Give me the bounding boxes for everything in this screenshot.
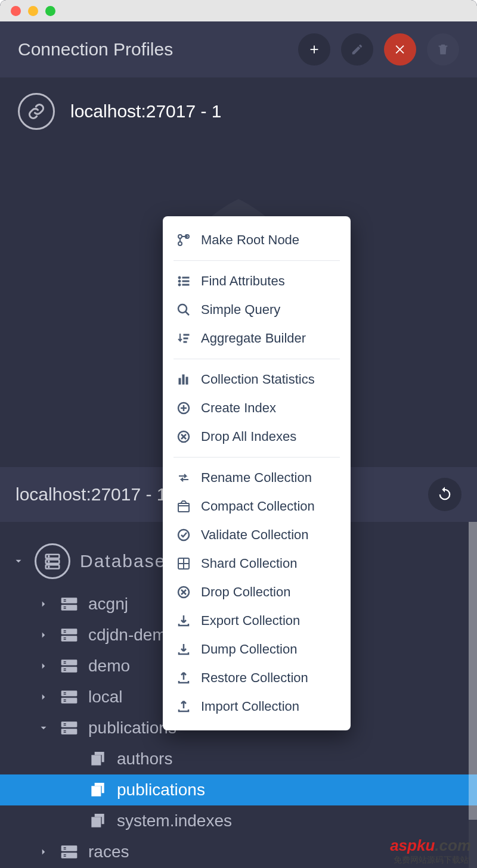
box-icon [176, 499, 191, 514]
database-icon [60, 657, 79, 676]
chevron-right-icon [37, 845, 50, 858]
close-icon [394, 43, 407, 56]
menu-item-label: Rename Collection [201, 470, 312, 486]
menu-item-label: Restore Collection [201, 670, 308, 686]
menu-shard-collection[interactable]: Shard Collection [163, 549, 351, 578]
chevron-right-icon [37, 659, 50, 673]
menu-item-label: Shard Collection [201, 556, 297, 571]
edit-profile-button[interactable] [341, 33, 373, 66]
menu-drop-collection[interactable]: Drop Collection [163, 578, 351, 606]
list-icon [176, 273, 191, 289]
chevron-right-icon [37, 598, 50, 611]
watermark-line2: 免费网站源码下载站! [390, 855, 471, 864]
titlebar [0, 0, 477, 21]
trash-icon [436, 43, 450, 56]
menu-item-label: Drop Collection [201, 584, 290, 600]
database-icon [60, 842, 79, 861]
bars-icon [176, 372, 191, 387]
menu-item-label: Compact Collection [201, 499, 315, 514]
maximize-window-button[interactable] [45, 6, 55, 16]
menu-restore-collection[interactable]: Restore Collection [163, 664, 351, 692]
tree-item-label: acgnj [88, 595, 128, 614]
tree-item-label: demo [88, 657, 130, 676]
menu-dump-collection[interactable]: Dump Collection [163, 635, 351, 664]
menu-collection-statistics[interactable]: Collection Statistics [163, 365, 351, 394]
delete-profile-button[interactable] [427, 33, 459, 66]
tree-item-label: races [88, 842, 129, 861]
refresh-icon [436, 486, 453, 503]
chevron-down-icon [12, 555, 25, 568]
watermark-line1: aspku.com [390, 837, 471, 855]
connection-icon [18, 93, 55, 130]
search-icon [176, 302, 191, 318]
tree-coll-authors[interactable]: authors [0, 743, 477, 774]
connection-row[interactable]: localhost:27017 - 1 [0, 77, 477, 145]
menu-export-collection[interactable]: Export Collection [163, 606, 351, 635]
download-icon [176, 613, 191, 629]
menu-validate-collection[interactable]: Validate Collection [163, 521, 351, 549]
upload-icon [176, 670, 191, 686]
menu-drop-all-indexes[interactable]: Drop All Indexes [163, 422, 351, 451]
pencil-icon [351, 43, 364, 56]
chevron-right-icon [37, 690, 50, 704]
menu-separator [174, 457, 340, 458]
menu-create-index[interactable]: Create Index [163, 394, 351, 422]
refresh-button[interactable] [428, 478, 461, 511]
close-profile-button[interactable] [384, 33, 416, 66]
menu-separator [174, 359, 340, 359]
context-menu: Make Root Node Find Attributes Simple Qu… [163, 216, 351, 730]
x-circle-icon [176, 429, 191, 444]
plus-circle-icon [176, 400, 191, 416]
database-icon [60, 595, 79, 614]
collection-icon [88, 780, 107, 799]
tree-item-label: system.indexes [117, 811, 232, 830]
database-icon [60, 718, 79, 738]
menu-item-label: Validate Collection [201, 527, 309, 543]
chevron-right-icon [37, 629, 50, 642]
menu-import-collection[interactable]: Import Collection [163, 692, 351, 721]
menu-make-root-node[interactable]: Make Root Node [163, 226, 351, 254]
collection-icon [88, 749, 107, 769]
menu-item-label: Export Collection [201, 613, 300, 629]
scrollbar-track[interactable] [469, 522, 477, 868]
swap-icon [176, 470, 191, 486]
menu-rename-collection[interactable]: Rename Collection [163, 463, 351, 492]
menu-item-label: Import Collection [201, 699, 299, 714]
plus-icon [308, 43, 321, 56]
menu-item-label: Simple Query [201, 302, 280, 318]
database-icon [60, 626, 79, 645]
download-icon [176, 642, 191, 657]
menu-find-attributes[interactable]: Find Attributes [163, 267, 351, 295]
add-profile-button[interactable] [298, 33, 330, 66]
link-icon [27, 102, 45, 120]
menu-item-label: Aggregate Builder [201, 331, 306, 346]
menu-compact-collection[interactable]: Compact Collection [163, 492, 351, 521]
menu-item-label: Dump Collection [201, 642, 297, 657]
header-title: Connection Profiles [18, 39, 173, 60]
branch-icon [176, 232, 191, 248]
minimize-window-button[interactable] [28, 6, 38, 16]
menu-simple-query[interactable]: Simple Query [163, 295, 351, 324]
app-window: Connection Profiles localhost:27017 - 1 [0, 0, 477, 868]
connection-label: localhost:27017 - 1 [70, 101, 222, 122]
menu-item-label: Collection Statistics [201, 372, 315, 387]
tree-coll-publications[interactable]: publications [0, 774, 477, 805]
scrollbar-thumb[interactable] [469, 522, 477, 820]
upload-icon [176, 699, 191, 714]
tree-item-label: publications [117, 780, 205, 799]
menu-item-label: Make Root Node [201, 232, 299, 248]
header: Connection Profiles [0, 21, 477, 77]
header-actions [298, 33, 459, 66]
x-circle-icon [176, 584, 191, 600]
menu-separator [174, 260, 340, 261]
shard-icon [176, 556, 191, 571]
collection-icon [88, 811, 107, 830]
check-circle-icon [176, 527, 191, 543]
close-window-button[interactable] [11, 6, 21, 16]
menu-aggregate-builder[interactable]: Aggregate Builder [163, 324, 351, 353]
menu-item-label: Create Index [201, 400, 276, 416]
tree-item-label: authors [117, 749, 172, 769]
watermark: aspku.com 免费网站源码下载站! [390, 837, 471, 864]
tree-coll-system-indexes[interactable]: system.indexes [0, 805, 477, 836]
chevron-down-icon [37, 721, 50, 735]
